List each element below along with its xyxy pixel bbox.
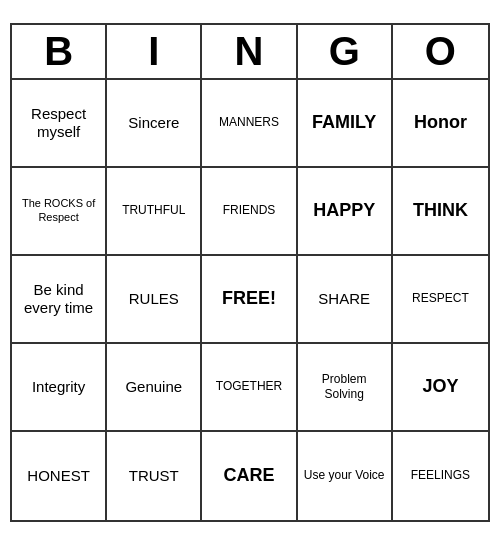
bingo-cell: JOY (393, 344, 488, 432)
cell-text: THINK (413, 200, 468, 222)
cell-text: MANNERS (219, 115, 279, 129)
bingo-cell: FREE! (202, 256, 297, 344)
cell-text: TRUTHFUL (122, 203, 185, 217)
bingo-cell: Sincere (107, 80, 202, 168)
cell-text: Respect myself (16, 105, 101, 141)
bingo-cell: RESPECT (393, 256, 488, 344)
header-letter: O (393, 25, 488, 78)
bingo-cell: SHARE (298, 256, 393, 344)
cell-text: FEELINGS (411, 468, 470, 482)
cell-text: FAMILY (312, 112, 376, 134)
bingo-cell: The ROCKS of Respect (12, 168, 107, 256)
bingo-cell: FEELINGS (393, 432, 488, 520)
header-letter: G (298, 25, 393, 78)
bingo-cell: FRIENDS (202, 168, 297, 256)
bingo-cell: Honor (393, 80, 488, 168)
cell-text: RULES (129, 290, 179, 308)
cell-text: Use your Voice (304, 468, 385, 482)
bingo-cell: Genuine (107, 344, 202, 432)
bingo-cell: MANNERS (202, 80, 297, 168)
cell-text: Problem Solving (302, 372, 387, 401)
cell-text: The ROCKS of Respect (16, 197, 101, 223)
bingo-header: BINGO (12, 25, 488, 80)
cell-text: HONEST (27, 467, 90, 485)
bingo-cell: HAPPY (298, 168, 393, 256)
bingo-cell: Respect myself (12, 80, 107, 168)
bingo-grid: Respect myselfSincereMANNERSFAMILYHonorT… (12, 80, 488, 520)
cell-text: Be kind every time (16, 281, 101, 317)
bingo-cell: FAMILY (298, 80, 393, 168)
cell-text: RESPECT (412, 291, 469, 305)
cell-text: FREE! (222, 288, 276, 310)
bingo-cell: TOGETHER (202, 344, 297, 432)
bingo-cell: Be kind every time (12, 256, 107, 344)
header-letter: I (107, 25, 202, 78)
cell-text: Sincere (128, 114, 179, 132)
cell-text: Integrity (32, 378, 85, 396)
bingo-cell: TRUST (107, 432, 202, 520)
cell-text: CARE (223, 465, 274, 487)
cell-text: TOGETHER (216, 379, 282, 393)
cell-text: JOY (422, 376, 458, 398)
cell-text: TRUST (129, 467, 179, 485)
bingo-cell: HONEST (12, 432, 107, 520)
header-letter: B (12, 25, 107, 78)
bingo-cell: TRUTHFUL (107, 168, 202, 256)
cell-text: Genuine (125, 378, 182, 396)
cell-text: HAPPY (313, 200, 375, 222)
bingo-card: BINGO Respect myselfSincereMANNERSFAMILY… (10, 23, 490, 522)
bingo-cell: Integrity (12, 344, 107, 432)
cell-text: Honor (414, 112, 467, 134)
header-letter: N (202, 25, 297, 78)
bingo-cell: RULES (107, 256, 202, 344)
cell-text: SHARE (318, 290, 370, 308)
bingo-cell: Use your Voice (298, 432, 393, 520)
bingo-cell: CARE (202, 432, 297, 520)
bingo-cell: THINK (393, 168, 488, 256)
cell-text: FRIENDS (223, 203, 276, 217)
bingo-cell: Problem Solving (298, 344, 393, 432)
